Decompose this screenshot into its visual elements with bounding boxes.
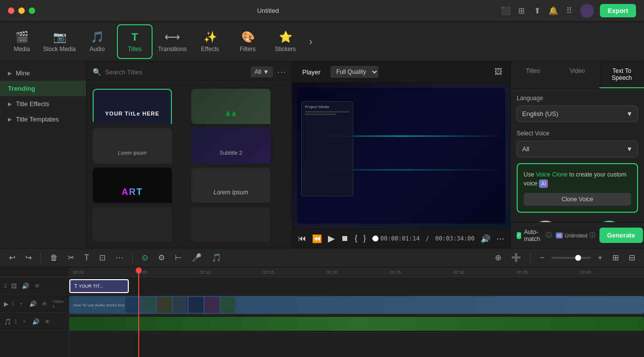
snap-button[interactable]: ⊙ [139, 251, 151, 264]
zoom-out-button[interactable]: − [537, 251, 547, 264]
more-options-icon[interactable]: ⋯ [277, 66, 286, 77]
titles-panel: 🔍 All ▼ ⋯ YOUR TitLe HERE Default Title … [87, 61, 292, 248]
redo-button[interactable]: ↪ [22, 251, 35, 264]
timeline-content: 2 🖼 🔊 👁 ▶ 1 ＋ 🔊 👁 Video 1 🎵 1 ＋ 🔊 👁 [0, 267, 644, 357]
mic-button[interactable]: 🎤 [189, 251, 205, 264]
generate-button[interactable]: Generate [599, 228, 643, 243]
search-input[interactable] [105, 68, 247, 76]
export-button[interactable]: Export [600, 4, 636, 17]
sidebar-item-title-effects[interactable]: ▶ Title Effects [0, 96, 86, 112]
track1-eye-btn[interactable]: 👁 [41, 299, 49, 308]
toolbar-effects[interactable]: ✨ Effects [192, 24, 228, 59]
zoom-slider[interactable] [551, 257, 591, 259]
clone-voice-button[interactable]: Clone Voice [524, 193, 631, 206]
sidebar-trending-label: Trending [8, 85, 35, 92]
audio-track-button[interactable]: 🎵 [209, 251, 224, 264]
toolbar-media[interactable]: 🎬 Media [4, 24, 40, 59]
zoom-in-button[interactable]: + [595, 251, 605, 264]
account-icon[interactable] [580, 4, 594, 18]
sidebar-item-title-templates[interactable]: ▶ Title Templates [0, 112, 86, 127]
split-button[interactable]: ⊢ [172, 251, 185, 264]
tab-player[interactable]: Player [298, 66, 324, 78]
audio-eye-btn[interactable]: 👁 [44, 317, 52, 326]
app-title: Untitled [257, 7, 279, 14]
undo-button[interactable]: ↩ [6, 251, 18, 264]
text-button[interactable]: T [81, 251, 92, 264]
video-clip[interactable]: How To use Audio driven text [69, 296, 644, 314]
apps-icon[interactable]: ⠿ [564, 6, 574, 16]
play-button[interactable]: ▶ [328, 233, 335, 244]
auto-match-checkbox[interactable]: ✓ [517, 232, 521, 239]
stickers-icon: ⭐ [279, 31, 292, 44]
delete-button[interactable]: 🗑 [47, 251, 61, 264]
audio-clip[interactable] [69, 317, 644, 331]
settings-button[interactable]: ⚙ [155, 251, 168, 264]
track1-add-btn[interactable]: ＋ [17, 298, 25, 309]
toolbar-stock[interactable]: 📷 Stock Media [42, 24, 77, 59]
mark-out-button[interactable]: } [363, 234, 366, 243]
video-thumb-5 [173, 297, 188, 313]
more-tools-button[interactable]: ⋯ [112, 251, 126, 264]
title-card-default[interactable]: YOUR TitLe HERE Default Title [93, 89, 187, 124]
title-card-neon09[interactable]: ART Neon Title 09 [93, 168, 187, 203]
voice-clone-text: Use Voice Clone to create your custom vo… [524, 170, 631, 188]
toolbar-filters[interactable]: 🎨 Filters [230, 24, 266, 59]
audio-button[interactable]: 🔊 [481, 234, 490, 243]
screen-icon[interactable]: ⬛ [501, 6, 511, 16]
toolbar-transitions[interactable]: ⟷ Transitions [155, 24, 190, 59]
image-icon[interactable]: 🖼 [492, 65, 504, 78]
sidebar-item-trending[interactable]: Trending [0, 81, 86, 96]
audio-mute-btn[interactable]: 🔊 [31, 317, 41, 326]
stop-button[interactable]: ⏹ [341, 234, 349, 243]
filter-button[interactable]: All ▼ [251, 66, 273, 77]
maximize-button[interactable] [29, 7, 35, 14]
title-card-basic1[interactable]: 🌲🌲 ⬇ Basic 1 [191, 89, 286, 124]
title-card-basic3[interactable]: Lorem ipsum ⬇ Basic 3 [93, 128, 187, 163]
crop-button[interactable]: ⊡ [96, 251, 108, 264]
layout-more-button[interactable]: ⊟ [626, 251, 638, 264]
toolbar-more-icon[interactable]: › [305, 32, 317, 51]
track2-mute-btn[interactable]: 🔊 [21, 282, 30, 291]
player-controls: ⏮ ⏪ ▶ ⏹ { } 00:00:01:14 / 00:03:34:00 🔊 … [292, 229, 510, 248]
auto-match-control[interactable]: ✓ Auto-match ⓘ [517, 229, 552, 242]
layout-button[interactable]: ⊞ [609, 251, 622, 264]
language-select[interactable]: English (US) ▼ [517, 106, 638, 122]
mark-in-button[interactable]: { [355, 234, 357, 243]
voice-select[interactable]: All ▼ [517, 141, 638, 157]
info-icon-2: ⓘ [590, 231, 595, 239]
title-card-ph2[interactable] [191, 207, 286, 242]
quality-select[interactable]: Full Quality Preview [330, 66, 378, 78]
tl-tool-2[interactable]: ➕ [508, 251, 524, 264]
more-ctrl-button[interactable]: ⋯ [496, 234, 504, 243]
tab-titles-right[interactable]: Titles [511, 61, 555, 88]
track2-icon-btn[interactable]: 🖼 [10, 282, 18, 291]
playhead[interactable] [138, 267, 139, 357]
close-button[interactable] [8, 7, 14, 14]
minimize-button[interactable] [18, 7, 25, 14]
title-card-ph1[interactable] [93, 207, 187, 242]
skip-back-button[interactable]: ⏮ [298, 234, 306, 243]
toolbar-titles[interactable]: T Titles [117, 24, 153, 59]
sidebar-item-mine[interactable]: ▶ Mine [0, 65, 86, 81]
tl-tool-1[interactable]: ⊕ [492, 251, 504, 264]
grid-icon[interactable]: ⊞ [517, 6, 527, 16]
unlimited-label: Unlimited [565, 233, 588, 238]
toolbar-stickers[interactable]: ⭐ Stickers [268, 24, 303, 59]
notification-icon[interactable]: 🔔 [548, 6, 558, 16]
upload-icon[interactable]: ⬆ [533, 6, 542, 16]
toolbar-audio[interactable]: 🎵 Audio [79, 24, 115, 59]
cut-button[interactable]: ✂ [65, 251, 77, 264]
tab-video-right[interactable]: Video [555, 61, 600, 88]
title-clip[interactable]: T YOUR TIT... [69, 279, 129, 293]
progress-bar[interactable] [372, 238, 375, 239]
step-back-button[interactable]: ⏪ [312, 234, 322, 243]
track1-mute-btn[interactable]: 🔊 [28, 299, 38, 308]
voice-clone-link[interactable]: Voice Clone [536, 171, 568, 178]
ruler-marks: 00:00 00:05 00:10 00:15 00:20 00:25 00:3… [71, 270, 642, 275]
audio-add-btn[interactable]: ＋ [20, 316, 28, 327]
track2-eye-btn[interactable]: 👁 [33, 282, 41, 291]
title-card-title29[interactable]: Lorem Ipsum ⬇ Title 29 [191, 168, 286, 203]
tab-tts[interactable]: Text To Speech [599, 61, 644, 88]
title-card-subtitle2[interactable]: Subtitle 2 ⬇ Subtitle 2 [191, 128, 286, 163]
video-thumb-4 [157, 297, 172, 313]
